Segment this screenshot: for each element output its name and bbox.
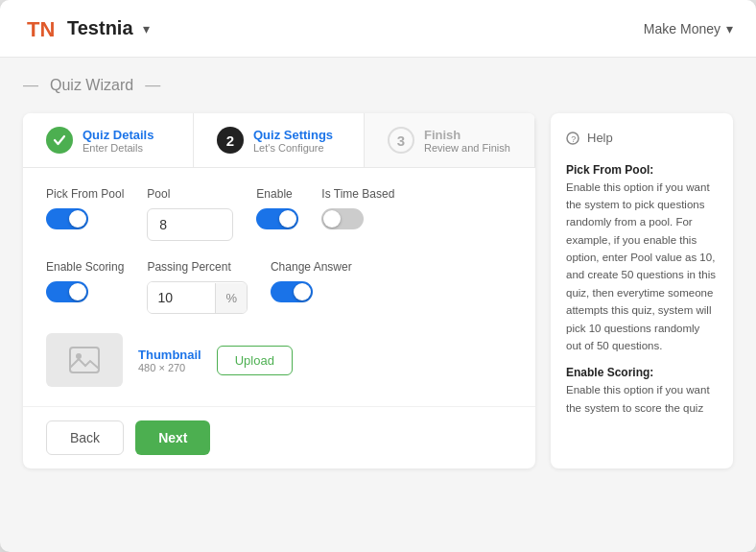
step-2-subtitle: Let's Configure (253, 142, 333, 154)
form-row-2: Enable Scoring Passing Percent % (46, 260, 512, 314)
step-3-num: 3 (388, 127, 414, 154)
passing-percent-label: Passing Percent (147, 260, 248, 274)
pool-input[interactable] (147, 208, 233, 241)
next-button[interactable]: Next (135, 420, 210, 455)
dash-right: — (145, 77, 160, 94)
thumbnail-info: Thumbnail 480 × 270 (138, 348, 201, 373)
thumbnail-preview (46, 333, 123, 387)
step-2-info: Quiz Settings Let's Configure (253, 128, 333, 154)
form-area: Pick From Pool Pool Enable (23, 168, 535, 406)
step-3-subtitle: Review and Finish (424, 142, 510, 154)
wizard-steps: Quiz Details Enter Details 2 Quiz Settin… (23, 113, 535, 168)
enable-group: Enable (256, 187, 298, 229)
change-answer-label: Change Answer (271, 260, 352, 274)
step-3-info: Finish Review and Finish (424, 128, 510, 154)
brand-dropdown-arrow: ▾ (143, 21, 150, 36)
dash-left: — (23, 77, 38, 94)
logo-icon: TN (23, 12, 58, 46)
change-answer-toggle[interactable] (271, 281, 313, 302)
enable-scoring-knob (69, 283, 86, 300)
step-1-info: Quiz Details Enter Details (83, 128, 154, 154)
help-section-2-title: Enable Scoring: (566, 366, 653, 379)
step-1-check (46, 127, 73, 154)
pick-from-pool-knob (69, 210, 86, 228)
help-section-2: Enable Scoring: Enable this option if yo… (566, 364, 718, 417)
content-area: Quiz Details Enter Details 2 Quiz Settin… (23, 113, 733, 468)
help-icon: ? (566, 132, 579, 145)
is-time-based-toggle[interactable] (321, 208, 364, 229)
enable-scoring-toggle[interactable] (46, 281, 88, 302)
passing-percent-group: Passing Percent % (147, 260, 248, 314)
svg-rect-2 (70, 348, 99, 372)
help-panel: ? Help Pick From Pool: Enable this optio… (551, 113, 733, 468)
change-answer-group: Change Answer (271, 260, 352, 302)
enable-knob (279, 210, 296, 228)
step-3[interactable]: 3 Finish Review and Finish (365, 113, 535, 167)
back-button[interactable]: Back (46, 420, 124, 455)
page-title: Quiz Wizard (50, 77, 133, 94)
step-1-subtitle: Enter Details (83, 142, 154, 154)
app-window: TN Testnia ▾ Make Money ▾ — Quiz Wizard … (0, 0, 756, 552)
thumbnail-title: Thumbnail (138, 348, 201, 362)
header: TN Testnia ▾ Make Money ▾ (0, 0, 756, 58)
brand-dropdown[interactable]: ▾ (143, 21, 150, 36)
main-content: — Quiz Wizard — Quiz De (0, 58, 756, 488)
brand-name: Testnia (67, 17, 133, 39)
pick-from-pool-toggle[interactable] (46, 208, 88, 229)
enable-label: Enable (256, 187, 298, 201)
help-section-1-title: Pick From Pool: (566, 163, 653, 177)
enable-scoring-label: Enable Scoring (46, 260, 124, 274)
help-title: Help (587, 129, 613, 148)
help-section-1-text: Enable this option if you want the syste… (566, 179, 718, 355)
main-card: Quiz Details Enter Details 2 Quiz Settin… (23, 113, 535, 468)
make-money-label: Make Money (644, 21, 721, 36)
enable-toggle[interactable] (256, 208, 298, 229)
passing-percent-input-wrapper: % (147, 281, 248, 314)
pick-from-pool-label: Pick From Pool (46, 187, 124, 201)
form-row-1: Pick From Pool Pool Enable (46, 187, 512, 241)
step-2-num: 2 (217, 127, 244, 154)
percent-suffix: % (215, 283, 247, 313)
is-time-based-label: Is Time Based (321, 187, 394, 201)
pick-from-pool-group: Pick From Pool (46, 187, 124, 229)
change-answer-knob (294, 283, 311, 300)
thumbnail-size: 480 × 270 (138, 362, 201, 373)
page-title-row: — Quiz Wizard — (23, 77, 733, 94)
help-section-1: Pick From Pool: Enable this option if yo… (566, 161, 718, 355)
help-header: ? Help (566, 129, 718, 148)
step-1-title: Quiz Details (83, 128, 154, 142)
step-3-title: Finish (424, 128, 510, 142)
svg-text:TN: TN (27, 17, 55, 41)
pool-group: Pool (147, 187, 233, 241)
passing-percent-input[interactable] (148, 282, 215, 313)
is-time-based-group: Is Time Based (321, 187, 394, 229)
header-left: TN Testnia ▾ (23, 12, 150, 46)
thumbnail-area: Thumbnail 480 × 270 Upload (46, 333, 512, 387)
enable-scoring-group: Enable Scoring (46, 260, 124, 302)
card-footer: Back Next (23, 406, 535, 468)
image-placeholder-icon (69, 347, 100, 373)
step-2-title: Quiz Settings (253, 128, 333, 142)
step-1[interactable]: Quiz Details Enter Details (23, 113, 193, 167)
make-money-dropdown[interactable]: Make Money ▾ (644, 21, 733, 36)
upload-button[interactable]: Upload (217, 346, 293, 375)
is-time-based-knob (323, 210, 341, 228)
step-2[interactable]: 2 Quiz Settings Let's Configure (193, 113, 365, 167)
svg-text:?: ? (571, 134, 576, 144)
make-money-arrow: ▾ (726, 21, 733, 36)
pool-label: Pool (147, 187, 233, 201)
help-section-2-text: Enable this option if you want the syste… (566, 381, 718, 417)
checkmark-icon (53, 133, 66, 147)
